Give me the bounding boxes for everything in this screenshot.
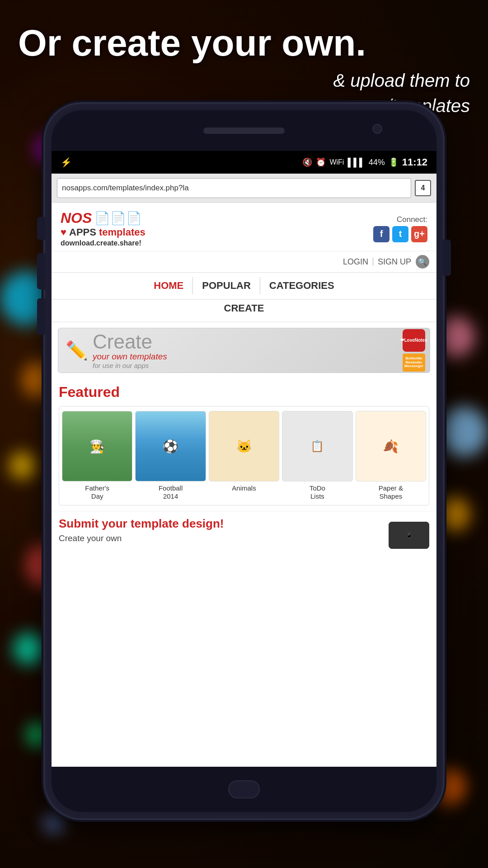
status-bar: ⚡ 🔇 ⏰ WiFi ▌▌▌ 44% 🔋 11:12 xyxy=(52,151,436,174)
tab-count[interactable]: 4 xyxy=(415,180,431,196)
nav-create[interactable]: CREATE xyxy=(215,300,273,317)
volume-switch xyxy=(37,217,45,240)
featured-label-animals: Animals xyxy=(232,484,256,492)
nos-tagline: download.create.share! xyxy=(61,239,145,247)
todo-icon: 📋 xyxy=(310,440,324,453)
power-button xyxy=(443,240,451,276)
home-button[interactable] xyxy=(228,780,260,798)
front-camera xyxy=(372,124,382,134)
status-usb-icon: ⚡ xyxy=(61,157,72,168)
create-banner[interactable]: ✏️ Create your own templates for use in … xyxy=(58,328,430,373)
phone-bottom-bar xyxy=(52,767,436,812)
nav-home[interactable]: HOME xyxy=(145,277,193,294)
featured-img-animals: 🐱 xyxy=(209,411,279,481)
url-text: nosapps.com/templates/index.php?la xyxy=(62,184,189,193)
divider xyxy=(373,258,373,266)
banner-sub: your own templates xyxy=(93,352,422,362)
social-icons: f t g+ xyxy=(373,226,427,242)
nos-logo: NOS 📄📄📄 ♥ APPS templates download.create… xyxy=(61,210,145,247)
featured-label-football: Football2014 xyxy=(159,484,183,500)
volume-down-button xyxy=(37,298,45,335)
phone-inner: ⚡ 🔇 ⏰ WiFi ▌▌▌ 44% 🔋 11:12 nosapps.com/t… xyxy=(52,110,436,812)
wifi-icon: WiFi xyxy=(329,158,344,166)
login-bar: LOGIN SIGN UP 🔍 xyxy=(52,251,436,273)
templates-text: templates xyxy=(99,226,145,238)
football-icon: ⚽ xyxy=(163,439,178,454)
animals-icon: 🐱 xyxy=(236,439,252,454)
apps-text: APPS xyxy=(69,226,96,238)
mini-phone-preview: 📱 xyxy=(389,522,429,549)
headline-main: Or create your own. xyxy=(18,23,470,63)
nav-bar-row2: CREATE xyxy=(52,300,436,322)
love-notes-sticker: ❤ Love Notes xyxy=(403,329,425,352)
search-icon[interactable]: 🔍 xyxy=(416,255,429,269)
featured-label-paper: Paper &Shapes xyxy=(379,484,403,500)
banner-text: Create your own templates for use in our… xyxy=(93,332,422,369)
signup-link[interactable]: SIGN UP xyxy=(378,257,411,267)
alarm-icon: ⏰ xyxy=(316,157,326,167)
banner-create-title: Create xyxy=(93,332,422,352)
paper-icon: 🍂 xyxy=(383,439,399,454)
botherme-sticker: BotherMeReminderMessenger xyxy=(403,354,425,372)
twitter-icon[interactable]: t xyxy=(392,226,408,242)
featured-img-todo: 📋 xyxy=(282,411,352,481)
signal-icon: ▌▌▌ xyxy=(347,158,365,167)
facebook-icon[interactable]: f xyxy=(373,226,389,242)
featured-item-football[interactable]: ⚽ Football2014 xyxy=(135,411,206,500)
featured-img-football: ⚽ xyxy=(135,411,206,481)
phone-top-bar xyxy=(52,110,436,151)
featured-label-fathers-day: Father'sDay xyxy=(85,484,109,500)
featured-grid: 👨‍🍳 Father'sDay ⚽ Football2014 xyxy=(59,406,429,505)
submit-desc: Create your own xyxy=(59,533,429,543)
featured-section: Featured 👨‍🍳 Father'sDay ⚽ xyxy=(52,378,436,511)
url-input[interactable]: nosapps.com/templates/index.php?la xyxy=(57,178,411,198)
sticker-botherme-text: BotherMeReminderMessenger xyxy=(404,357,423,368)
featured-item-fathers-day[interactable]: 👨‍🍳 Father'sDay xyxy=(62,411,132,500)
nos-header: NOS 📄📄📄 ♥ APPS templates download.create… xyxy=(52,203,436,251)
featured-item-todo[interactable]: 📋 ToDoLists xyxy=(282,411,352,500)
googleplus-icon[interactable]: g+ xyxy=(411,226,427,242)
battery-icon: 🔋 xyxy=(389,157,399,167)
sticker-heart-icon: ❤ xyxy=(400,338,404,343)
nos-brand-text: NOS xyxy=(61,210,92,226)
phone-device: ⚡ 🔇 ⏰ WiFi ▌▌▌ 44% 🔋 11:12 nosapps.com/t… xyxy=(45,104,443,818)
phone-screen: ⚡ 🔇 ⏰ WiFi ▌▌▌ 44% 🔋 11:12 nosapps.com/t… xyxy=(52,151,436,767)
featured-item-animals[interactable]: 🐱 Animals xyxy=(209,411,279,500)
url-bar[interactable]: nosapps.com/templates/index.php?la 4 xyxy=(52,174,436,203)
mute-icon: 🔇 xyxy=(302,157,312,167)
banner-pencil-icon: ✏️ xyxy=(66,340,88,361)
login-link[interactable]: LOGIN xyxy=(343,257,368,267)
apps-templates-row: ♥ APPS templates xyxy=(61,226,145,238)
bokeh-light xyxy=(45,814,63,832)
nos-logo-top: NOS 📄📄📄 xyxy=(61,210,145,226)
battery-percent: 44% xyxy=(369,158,385,167)
featured-img-fathers-day: 👨‍🍳 xyxy=(62,411,132,481)
featured-label-todo: ToDoLists xyxy=(310,484,325,500)
banner-sub2: for use in our apps xyxy=(93,362,422,369)
status-time: 11:12 xyxy=(402,156,427,168)
nav-bar-row1: HOME POPULAR CATEGORIES xyxy=(52,273,436,300)
status-right-icons: 🔇 ⏰ WiFi ▌▌▌ 44% 🔋 11:12 xyxy=(302,156,427,168)
website-content: NOS 📄📄📄 ♥ APPS templates download.create… xyxy=(52,203,436,549)
banner-stickers: ❤ Love Notes BotherMeReminderMessenger xyxy=(403,329,425,372)
nav-popular[interactable]: POPULAR xyxy=(193,277,260,294)
featured-title: Featured xyxy=(59,384,429,401)
headline-sub-line1: & upload them to xyxy=(333,71,470,90)
bokeh-light xyxy=(14,633,45,665)
featured-item-paper[interactable]: 🍂 Paper &Shapes xyxy=(356,411,426,500)
submit-section: Submit your template design! Create your… xyxy=(52,511,436,549)
submit-title: Submit your template design! xyxy=(59,517,429,531)
heart-icon: ♥ xyxy=(61,226,66,238)
nos-connect: Connect: f t g+ xyxy=(373,215,427,242)
fathers-day-icon: 👨‍🍳 xyxy=(89,439,105,454)
document-icon: 📄📄📄 xyxy=(94,211,142,226)
bokeh-light xyxy=(438,407,488,457)
featured-img-paper: 🍂 xyxy=(356,411,426,481)
speaker-grill xyxy=(203,127,285,134)
nav-categories[interactable]: CATEGORIES xyxy=(260,277,343,294)
connect-label: Connect: xyxy=(373,215,427,224)
bokeh-light xyxy=(9,452,36,479)
volume-up-button xyxy=(37,253,45,289)
